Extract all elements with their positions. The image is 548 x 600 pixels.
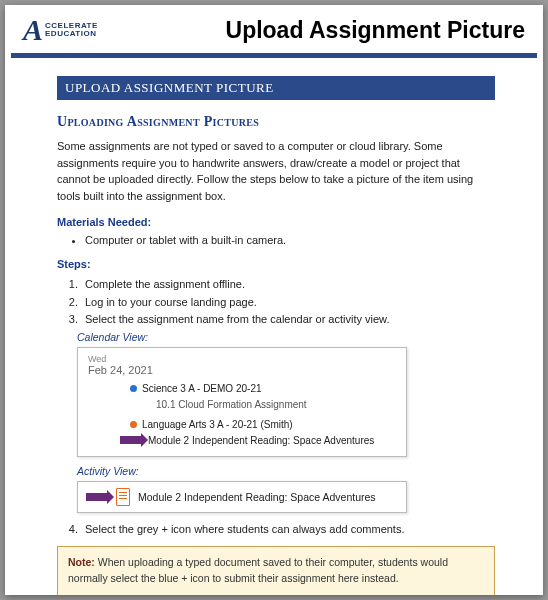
activity-title: Module 2 Independent Reading: Space Adve…: [138, 491, 376, 503]
calendar-assignment2: Module 2 Independent Reading: Space Adve…: [148, 435, 374, 446]
calendar-view-box: Wed Feb 24, 2021 Science 3 A - DEMO 20-2…: [77, 347, 407, 457]
calendar-arrow-row: Module 2 Independent Reading: Space Adve…: [88, 435, 396, 446]
document-page: A CCELERATE EDUCATION Upload Assignment …: [5, 5, 543, 595]
intro-paragraph: Some assignments are not typed or saved …: [57, 138, 495, 204]
activity-view-label: Activity View:: [77, 465, 495, 477]
arrow-icon: [120, 436, 142, 444]
section-title: Uploading Assignment Pictures: [57, 114, 495, 130]
document-icon: [116, 488, 130, 506]
dot-icon-blue: [130, 385, 137, 392]
calendar-date: Feb 24, 2021: [88, 364, 396, 376]
calendar-view-label: Calendar View:: [77, 331, 495, 343]
calendar-day: Wed: [88, 354, 396, 364]
note-box: Note: When uploading a typed document sa…: [57, 546, 495, 595]
activity-view-box: Module 2 Independent Reading: Space Adve…: [77, 481, 407, 513]
calendar-course1: Science 3 A - DEMO 20-21: [142, 383, 262, 394]
steps-list: Complete the assignment offline. Log in …: [57, 276, 495, 329]
logo-text-block: CCELERATE EDUCATION: [45, 22, 98, 38]
materials-heading: Materials Needed:: [57, 216, 495, 228]
logo-letter: A: [23, 13, 43, 47]
steps-list-continued: Select the grey + icon where students ca…: [57, 521, 495, 539]
step-4: Select the grey + icon where students ca…: [81, 521, 495, 539]
calendar-course-row: Science 3 A - DEMO 20-21: [88, 380, 396, 397]
step-2: Log in to your course landing page.: [81, 294, 495, 312]
note-label: Note:: [68, 556, 95, 568]
banner-heading: UPLOAD ASSIGNMENT PICTURE: [57, 76, 495, 100]
logo: A CCELERATE EDUCATION: [23, 13, 98, 47]
materials-item: Computer or tablet with a built-in camer…: [85, 234, 495, 246]
logo-line2: EDUCATION: [45, 30, 98, 38]
calendar-course2: Language Arts 3 A - 20-21 (Smith): [142, 419, 293, 430]
materials-list: Computer or tablet with a built-in camer…: [57, 234, 495, 246]
steps-heading: Steps:: [57, 258, 495, 270]
step-1: Complete the assignment offline.: [81, 276, 495, 294]
note-text: When uploading a typed document saved to…: [68, 556, 448, 584]
page-title: Upload Assignment Picture: [226, 17, 525, 44]
arrow-icon: [86, 493, 108, 501]
step-3: Select the assignment name from the cale…: [81, 311, 495, 329]
calendar-course-row: Language Arts 3 A - 20-21 (Smith): [88, 416, 396, 433]
header: A CCELERATE EDUCATION Upload Assignment …: [5, 5, 543, 53]
calendar-assignment1: 10.1 Cloud Formation Assignment: [88, 399, 396, 410]
content: UPLOAD ASSIGNMENT PICTURE Uploading Assi…: [5, 58, 543, 595]
dot-icon-orange: [130, 421, 137, 428]
